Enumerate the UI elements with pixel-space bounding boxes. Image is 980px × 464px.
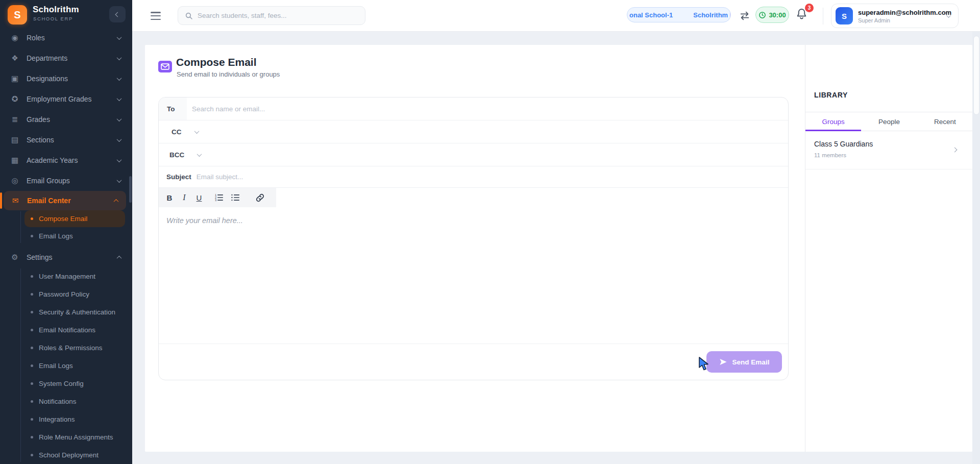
sidebar-item-designations[interactable]: ▣ Designations — [0, 68, 132, 89]
user-menu[interactable]: S superadmin@scholrithm.com Super Admin — [831, 4, 959, 28]
formatting-toolbar: B I U 1 2 3 — [159, 188, 788, 207]
library-group-item[interactable]: Class 5 Guardians 11 members — [805, 132, 973, 169]
search-icon — [185, 12, 193, 20]
departments-icon: ❖ — [10, 54, 20, 63]
bullet-icon — [31, 436, 33, 438]
email-body-editor[interactable]: Write your email here... — [159, 207, 788, 344]
library-tabs: Groups People Recent — [805, 112, 973, 131]
logo: S — [8, 5, 27, 25]
mouse-cursor — [698, 357, 712, 371]
subject-label: Subject — [166, 173, 191, 181]
bcc-field-row[interactable]: BCC — [159, 143, 788, 166]
tab-recent[interactable]: Recent — [917, 112, 973, 131]
clock-icon — [758, 11, 766, 19]
sidebar-item-roles[interactable]: ◉ Roles — [0, 28, 132, 48]
to-recipients-input[interactable] — [192, 105, 788, 113]
link-icon[interactable] — [253, 191, 266, 204]
sidebar-subitem-compose-email[interactable]: Compose Email — [24, 210, 125, 227]
notification-badge: 3 — [805, 4, 814, 12]
bullet-icon — [31, 347, 33, 349]
bullet-icon — [31, 293, 33, 296]
page-scrollbar[interactable] — [972, 32, 980, 464]
chevron-down-icon — [117, 76, 122, 81]
sidebar-item-settings[interactable]: ⚙ Settings — [0, 247, 132, 267]
collapse-sidebar-button[interactable] — [109, 6, 126, 22]
library-title: LIBRARY — [814, 91, 848, 99]
sidebar-item-email-groups[interactable]: ◎ Email Groups — [0, 170, 132, 191]
switch-school-icon[interactable] — [739, 11, 750, 21]
to-field-row: To — [159, 97, 788, 120]
svg-text:3: 3 — [215, 199, 216, 202]
notifications-button[interactable]: 3 — [796, 8, 811, 24]
settings-submenu: User Management Password Policy Security… — [0, 267, 132, 464]
sidebar-subitem-school-deployment[interactable]: School Deployment — [24, 446, 125, 464]
chevron-down-icon — [117, 137, 122, 142]
sidebar-item-label: Settings — [27, 253, 53, 261]
sidebar-subitem-role-menu-assignments[interactable]: Role Menu Assignments — [24, 428, 125, 446]
bullet-icon — [31, 311, 33, 313]
unordered-list-icon[interactable] — [229, 191, 242, 204]
sidebar-subitem-integrations[interactable]: Integrations — [24, 410, 125, 428]
sidebar-item-academic-years[interactable]: ▦ Academic Years — [0, 150, 132, 170]
group-name: Class 5 Guardians — [814, 140, 873, 148]
underline-icon[interactable]: U — [192, 191, 206, 204]
scrollbar-thumb[interactable] — [973, 36, 979, 115]
logo-row: S Scholrithm SCHOOL ERP — [0, 0, 132, 29]
sidebar-subitem-roles-permissions[interactable]: Roles & Permissions — [24, 339, 125, 357]
send-email-button[interactable]: Send Email — [706, 351, 782, 373]
school-name-right: Scholrithm In — [693, 11, 731, 19]
chevron-down-icon[interactable] — [197, 152, 202, 157]
avatar: S — [836, 7, 853, 25]
compose-mail-icon — [158, 61, 172, 72]
grades-icon: ≣ — [10, 115, 20, 124]
settings-gear-icon: ⚙ — [10, 253, 20, 262]
timer-value: 30:00 — [769, 11, 786, 19]
send-icon — [719, 358, 727, 366]
bullet-icon — [31, 275, 33, 278]
user-email: superadmin@scholrithm.com — [858, 9, 946, 16]
topbar: onal School-1 Scholrithm In 30:00 3 S su… — [132, 0, 980, 32]
sidebar-scrollbar[interactable] — [129, 176, 132, 203]
bold-icon[interactable]: B — [163, 191, 176, 204]
sidebar-item-employment-grades[interactable]: ✪ Employment Grades — [0, 89, 132, 109]
sidebar-item-label: Departments — [27, 54, 67, 62]
subject-input[interactable] — [197, 173, 788, 181]
bullet-icon — [31, 329, 33, 331]
search-input[interactable] — [198, 12, 361, 19]
sidebar-toggle-button[interactable] — [151, 12, 161, 20]
tab-people[interactable]: People — [861, 112, 917, 131]
chevron-down-icon — [117, 96, 122, 101]
sidebar-nav: ◉ Roles ❖ Departments ▣ Designations ✪ E… — [0, 28, 132, 464]
email-center-icon: ✉ — [10, 196, 20, 205]
sidebar-item-email-center[interactable]: ✉ Email Center — [4, 191, 126, 210]
academic-years-icon: ▦ — [10, 156, 20, 165]
sidebar-item-departments[interactable]: ❖ Departments — [0, 48, 132, 68]
sidebar-item-grades[interactable]: ≣ Grades — [0, 109, 132, 130]
tab-groups[interactable]: Groups — [805, 112, 861, 131]
bullet-icon — [31, 454, 33, 456]
sidebar-subitem-email-logs[interactable]: Email Logs — [24, 227, 125, 245]
sidebar-item-label: Roles — [27, 34, 45, 42]
sidebar-item-label: Employment Grades — [27, 95, 92, 103]
cc-field-row[interactable]: CC — [159, 120, 788, 143]
school-selector-badge[interactable]: onal School-1 Scholrithm In — [627, 7, 731, 22]
editor-placeholder: Write your email here... — [166, 216, 243, 225]
chevron-down-icon[interactable] — [194, 129, 199, 134]
sidebar-subitem-notifications[interactable]: Notifications — [24, 393, 125, 410]
sidebar-subitem-security-authentication[interactable]: Security & Authentication — [24, 303, 125, 321]
sidebar-subitem-system-config[interactable]: System Config — [24, 375, 125, 393]
italic-icon[interactable]: I — [178, 191, 191, 204]
ordered-list-icon[interactable]: 1 2 3 — [212, 191, 226, 204]
roles-icon: ◉ — [10, 33, 20, 42]
sidebar: S Scholrithm SCHOOL ERP ◉ Roles ❖ Depart… — [0, 0, 132, 464]
sidebar-subitem-password-policy[interactable]: Password Policy — [24, 285, 125, 303]
sidebar-subitem-user-management[interactable]: User Management — [24, 267, 125, 285]
sidebar-subitem-email-logs[interactable]: Email Logs — [24, 357, 125, 375]
global-search — [178, 6, 365, 25]
sections-icon: ▤ — [10, 135, 20, 144]
sidebar-item-sections[interactable]: ▤ Sections — [0, 130, 132, 150]
bullet-icon — [31, 418, 33, 421]
designations-icon: ▣ — [10, 74, 20, 83]
sidebar-subitem-email-notifications[interactable]: Email Notifications — [24, 321, 125, 339]
send-email-label: Send Email — [732, 358, 770, 366]
